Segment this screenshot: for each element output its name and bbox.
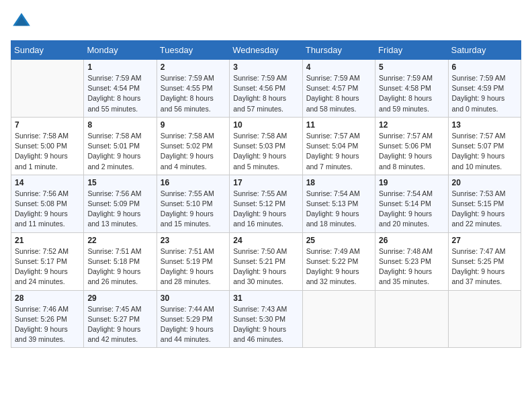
day-of-week-header: Saturday xyxy=(448,41,521,60)
day-info: Sunrise: 7:44 AMSunset: 5:29 PMDaylight:… xyxy=(161,304,226,345)
calendar-cell: 23Sunrise: 7:51 AMSunset: 5:19 PMDayligh… xyxy=(157,232,229,290)
calendar-cell: 22Sunrise: 7:51 AMSunset: 5:18 PMDayligh… xyxy=(84,232,157,290)
calendar-cell: 8Sunrise: 7:58 AMSunset: 5:01 PMDaylight… xyxy=(84,117,157,175)
day-of-week-header: Tuesday xyxy=(157,41,229,60)
calendar-week-row: 21Sunrise: 7:52 AMSunset: 5:17 PMDayligh… xyxy=(11,232,521,290)
day-info: Sunrise: 7:51 AMSunset: 5:18 PMDaylight:… xyxy=(87,246,152,287)
day-of-week-header: Monday xyxy=(84,41,157,60)
calendar-cell: 29Sunrise: 7:45 AMSunset: 5:27 PMDayligh… xyxy=(84,290,157,348)
day-info: Sunrise: 7:56 AMSunset: 5:09 PMDaylight:… xyxy=(87,189,152,230)
day-info: Sunrise: 7:47 AMSunset: 5:25 PMDaylight:… xyxy=(452,246,517,287)
calendar-header-row: SundayMondayTuesdayWednesdayThursdayFrid… xyxy=(11,41,521,60)
calendar-cell: 26Sunrise: 7:48 AMSunset: 5:23 PMDayligh… xyxy=(375,232,448,290)
day-of-week-header: Thursday xyxy=(302,41,375,60)
day-info: Sunrise: 7:53 AMSunset: 5:15 PMDaylight:… xyxy=(452,189,517,230)
calendar-cell: 2Sunrise: 7:59 AMSunset: 4:55 PMDaylight… xyxy=(157,60,229,118)
day-number: 4 xyxy=(306,62,371,72)
day-number: 8 xyxy=(87,120,152,130)
calendar-cell: 3Sunrise: 7:59 AMSunset: 4:56 PMDaylight… xyxy=(230,60,302,118)
calendar-cell: 12Sunrise: 7:57 AMSunset: 5:06 PMDayligh… xyxy=(375,117,448,175)
day-info: Sunrise: 7:45 AMSunset: 5:27 PMDaylight:… xyxy=(87,304,152,345)
calendar-cell: 15Sunrise: 7:56 AMSunset: 5:09 PMDayligh… xyxy=(84,175,157,232)
day-number: 28 xyxy=(15,293,80,303)
day-info: Sunrise: 7:57 AMSunset: 5:07 PMDaylight:… xyxy=(452,131,517,172)
calendar-cell: 18Sunrise: 7:54 AMSunset: 5:13 PMDayligh… xyxy=(302,175,375,232)
day-info: Sunrise: 7:49 AMSunset: 5:22 PMDaylight:… xyxy=(306,246,371,287)
day-number: 23 xyxy=(161,236,226,245)
calendar-cell: 13Sunrise: 7:57 AMSunset: 5:07 PMDayligh… xyxy=(448,117,521,175)
calendar-cell: 17Sunrise: 7:55 AMSunset: 5:12 PMDayligh… xyxy=(230,175,302,232)
logo xyxy=(11,11,35,32)
calendar-cell: 24Sunrise: 7:50 AMSunset: 5:21 PMDayligh… xyxy=(230,232,302,290)
calendar-cell: 19Sunrise: 7:54 AMSunset: 5:14 PMDayligh… xyxy=(375,175,448,232)
day-info: Sunrise: 7:58 AMSunset: 5:01 PMDaylight:… xyxy=(87,131,152,172)
calendar-cell xyxy=(448,290,521,348)
day-of-week-header: Sunday xyxy=(11,41,84,60)
day-info: Sunrise: 7:57 AMSunset: 5:06 PMDaylight:… xyxy=(379,131,444,172)
day-number: 18 xyxy=(306,178,371,187)
day-number: 20 xyxy=(452,178,517,187)
calendar-cell: 4Sunrise: 7:59 AMSunset: 4:57 PMDaylight… xyxy=(302,60,375,118)
day-info: Sunrise: 7:59 AMSunset: 4:56 PMDaylight:… xyxy=(233,73,298,114)
day-info: Sunrise: 7:43 AMSunset: 5:30 PMDaylight:… xyxy=(233,304,298,345)
calendar-week-row: 1Sunrise: 7:59 AMSunset: 4:54 PMDaylight… xyxy=(11,60,521,118)
calendar-cell xyxy=(375,290,448,348)
day-info: Sunrise: 7:51 AMSunset: 5:19 PMDaylight:… xyxy=(161,246,226,287)
day-info: Sunrise: 7:54 AMSunset: 5:13 PMDaylight:… xyxy=(306,189,371,230)
calendar-cell: 25Sunrise: 7:49 AMSunset: 5:22 PMDayligh… xyxy=(302,232,375,290)
calendar-week-row: 28Sunrise: 7:46 AMSunset: 5:26 PMDayligh… xyxy=(11,290,521,348)
day-info: Sunrise: 7:56 AMSunset: 5:08 PMDaylight:… xyxy=(15,189,80,230)
day-number: 22 xyxy=(87,236,152,245)
day-number: 24 xyxy=(233,236,298,245)
calendar-table: SundayMondayTuesdayWednesdayThursdayFrid… xyxy=(11,40,521,348)
calendar-week-row: 7Sunrise: 7:58 AMSunset: 5:00 PMDaylight… xyxy=(11,117,521,175)
day-number: 12 xyxy=(379,120,444,130)
day-info: Sunrise: 7:48 AMSunset: 5:23 PMDaylight:… xyxy=(379,246,444,287)
page-header xyxy=(11,11,521,32)
day-number: 3 xyxy=(233,62,298,72)
calendar-cell: 14Sunrise: 7:56 AMSunset: 5:08 PMDayligh… xyxy=(11,175,84,232)
day-info: Sunrise: 7:58 AMSunset: 5:02 PMDaylight:… xyxy=(161,131,226,172)
calendar-cell xyxy=(302,290,375,348)
day-info: Sunrise: 7:46 AMSunset: 5:26 PMDaylight:… xyxy=(15,304,80,345)
day-number: 31 xyxy=(233,293,298,303)
calendar-cell: 21Sunrise: 7:52 AMSunset: 5:17 PMDayligh… xyxy=(11,232,84,290)
day-number: 9 xyxy=(161,120,226,130)
day-info: Sunrise: 7:50 AMSunset: 5:21 PMDaylight:… xyxy=(233,246,298,287)
day-of-week-header: Friday xyxy=(375,41,448,60)
calendar-cell: 9Sunrise: 7:58 AMSunset: 5:02 PMDaylight… xyxy=(157,117,229,175)
day-info: Sunrise: 7:59 AMSunset: 4:55 PMDaylight:… xyxy=(161,73,226,114)
day-info: Sunrise: 7:59 AMSunset: 4:54 PMDaylight:… xyxy=(87,73,152,114)
calendar-cell: 5Sunrise: 7:59 AMSunset: 4:58 PMDaylight… xyxy=(375,60,448,118)
calendar-cell: 11Sunrise: 7:57 AMSunset: 5:04 PMDayligh… xyxy=(302,117,375,175)
day-info: Sunrise: 7:57 AMSunset: 5:04 PMDaylight:… xyxy=(306,131,371,172)
day-number: 10 xyxy=(233,120,298,130)
calendar-week-row: 14Sunrise: 7:56 AMSunset: 5:08 PMDayligh… xyxy=(11,175,521,232)
calendar-cell: 28Sunrise: 7:46 AMSunset: 5:26 PMDayligh… xyxy=(11,290,84,348)
calendar-cell: 27Sunrise: 7:47 AMSunset: 5:25 PMDayligh… xyxy=(448,232,521,290)
day-number: 26 xyxy=(379,236,444,245)
calendar-cell: 20Sunrise: 7:53 AMSunset: 5:15 PMDayligh… xyxy=(448,175,521,232)
day-number: 25 xyxy=(306,236,371,245)
day-number: 11 xyxy=(306,120,371,130)
day-number: 16 xyxy=(161,178,226,187)
calendar-cell: 7Sunrise: 7:58 AMSunset: 5:00 PMDaylight… xyxy=(11,117,84,175)
day-number: 1 xyxy=(87,62,152,72)
calendar-cell: 30Sunrise: 7:44 AMSunset: 5:29 PMDayligh… xyxy=(157,290,229,348)
day-info: Sunrise: 7:58 AMSunset: 5:03 PMDaylight:… xyxy=(233,131,298,172)
day-info: Sunrise: 7:59 AMSunset: 4:57 PMDaylight:… xyxy=(306,73,371,114)
day-number: 30 xyxy=(161,293,226,303)
day-info: Sunrise: 7:59 AMSunset: 4:58 PMDaylight:… xyxy=(379,73,444,114)
day-number: 14 xyxy=(15,178,80,187)
calendar-cell: 16Sunrise: 7:55 AMSunset: 5:10 PMDayligh… xyxy=(157,175,229,232)
calendar-cell: 6Sunrise: 7:59 AMSunset: 4:59 PMDaylight… xyxy=(448,60,521,118)
day-number: 5 xyxy=(379,62,444,72)
day-number: 19 xyxy=(379,178,444,187)
logo-icon xyxy=(11,11,32,32)
day-number: 13 xyxy=(452,120,517,130)
day-number: 21 xyxy=(15,236,80,245)
day-number: 2 xyxy=(161,62,226,72)
day-info: Sunrise: 7:55 AMSunset: 5:10 PMDaylight:… xyxy=(161,189,226,230)
day-info: Sunrise: 7:52 AMSunset: 5:17 PMDaylight:… xyxy=(15,246,80,287)
day-number: 15 xyxy=(87,178,152,187)
